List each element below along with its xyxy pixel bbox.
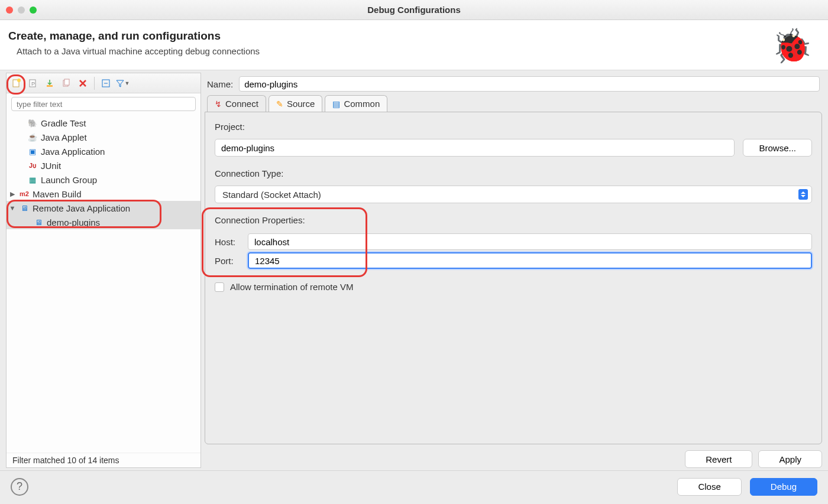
tree-item-label: Java Application bbox=[41, 147, 105, 157]
tree-item-label: Gradle Test bbox=[41, 118, 86, 128]
sidebar-toolbar: P ▼ bbox=[7, 73, 200, 93]
chevron-right-icon[interactable]: ▶ bbox=[9, 190, 16, 198]
port-label: Port: bbox=[215, 256, 242, 266]
svg-rect-4 bbox=[47, 85, 53, 87]
svg-rect-6 bbox=[64, 79, 69, 85]
page-title: Create, manage, and run configurations bbox=[8, 30, 260, 43]
svg-text:P: P bbox=[31, 81, 35, 87]
apply-button[interactable]: Apply bbox=[758, 450, 822, 468]
new-prototype-button[interactable]: P bbox=[25, 76, 41, 91]
tree-item-label: demo-plugins bbox=[47, 217, 100, 227]
tree-item-label: Remote Java Application bbox=[33, 203, 130, 213]
tree-item-java-application[interactable]: ▣ Java Application bbox=[7, 144, 200, 158]
titlebar: Debug Configurations bbox=[0, 0, 828, 20]
filter-status: Filter matched 10 of 14 items bbox=[7, 453, 200, 467]
name-label: Name: bbox=[207, 79, 233, 89]
close-button[interactable]: Close bbox=[677, 478, 741, 496]
revert-button[interactable]: Revert bbox=[685, 450, 752, 468]
host-label: Host: bbox=[215, 237, 242, 247]
tree-item-junit[interactable]: Jᴜ JUnit bbox=[7, 158, 200, 173]
source-icon: ✎ bbox=[276, 99, 283, 109]
new-config-button[interactable] bbox=[9, 76, 24, 91]
tree-item-label: Launch Group bbox=[41, 175, 97, 185]
allow-terminate-label: Allow termination of remote VM bbox=[230, 282, 353, 292]
filter-button[interactable]: ▼ bbox=[115, 76, 130, 91]
java-applet-icon: ☕ bbox=[28, 132, 37, 142]
collapse-all-button[interactable] bbox=[98, 76, 114, 91]
dialog-footer: ? Close Debug bbox=[0, 470, 828, 502]
tab-label: Connect bbox=[225, 99, 258, 109]
svg-point-1 bbox=[17, 79, 21, 82]
project-label: Project: bbox=[215, 121, 812, 133]
config-detail: Name: ↯ Connect ✎ Source ▤ Common Projec… bbox=[205, 73, 822, 468]
connect-icon: ↯ bbox=[215, 99, 222, 109]
duplicate-button[interactable] bbox=[59, 76, 74, 91]
connection-type-label: Connection Type: bbox=[215, 167, 812, 180]
connect-panel: Project: Browse... Connection Type: Stan… bbox=[205, 112, 822, 444]
tab-label: Common bbox=[344, 99, 380, 109]
toolbar-divider bbox=[94, 77, 95, 90]
chevron-down-icon[interactable]: ▼ bbox=[9, 204, 16, 212]
remote-java-icon: 🖥 bbox=[20, 203, 29, 213]
port-input[interactable] bbox=[248, 252, 812, 269]
configurations-sidebar: P ▼ 🐘 Gradle Te bbox=[6, 73, 201, 468]
connection-type-select[interactable]: Standard (Socket Attach) bbox=[215, 186, 812, 203]
project-input[interactable] bbox=[215, 139, 735, 157]
allow-terminate-checkbox[interactable] bbox=[215, 282, 224, 292]
config-tree: 🐘 Gradle Test ☕ Java Applet ▣ Java Appli… bbox=[7, 115, 200, 453]
tree-item-remote-java-application[interactable]: ▼ 🖥 Remote Java Application bbox=[7, 201, 200, 215]
tab-common[interactable]: ▤ Common bbox=[325, 95, 387, 112]
tree-item-demo-plugins[interactable]: 🖥 demo-plugins bbox=[7, 215, 200, 229]
page-subtitle: Attach to a Java virtual machine accepti… bbox=[17, 46, 260, 56]
launch-group-icon: ▦ bbox=[28, 175, 37, 184]
bug-icon: 🐞 bbox=[771, 30, 813, 63]
tab-source[interactable]: ✎ Source bbox=[269, 95, 323, 112]
help-button[interactable]: ? bbox=[11, 478, 28, 496]
tree-item-label: Java Applet bbox=[41, 132, 87, 142]
select-stepper-icon bbox=[798, 189, 808, 200]
tree-item-java-applet[interactable]: ☕ Java Applet bbox=[7, 130, 200, 144]
browse-button[interactable]: Browse... bbox=[743, 139, 812, 157]
junit-icon: Jᴜ bbox=[28, 161, 37, 170]
delete-button[interactable] bbox=[75, 76, 90, 91]
gradle-icon: 🐘 bbox=[28, 118, 37, 128]
java-app-icon: ▣ bbox=[28, 147, 37, 156]
window-title: Debug Configurations bbox=[0, 5, 828, 15]
remote-java-child-icon: 🖥 bbox=[34, 217, 43, 227]
tree-item-maven-build[interactable]: ▶ m2 Maven Build bbox=[7, 187, 200, 201]
tree-item-label: Maven Build bbox=[33, 189, 82, 199]
debug-button[interactable]: Debug bbox=[750, 478, 817, 496]
tree-item-launch-group[interactable]: ▦ Launch Group bbox=[7, 173, 200, 187]
tab-label: Source bbox=[287, 99, 315, 109]
tree-item-gradle-test[interactable]: 🐘 Gradle Test bbox=[7, 116, 200, 130]
dialog-header: Create, manage, and run configurations A… bbox=[0, 20, 828, 70]
connection-type-value: Standard (Socket Attach) bbox=[222, 190, 321, 200]
host-input[interactable] bbox=[248, 233, 812, 250]
tab-connect[interactable]: ↯ Connect bbox=[207, 95, 266, 112]
common-icon: ▤ bbox=[332, 99, 340, 109]
tab-bar: ↯ Connect ✎ Source ▤ Common bbox=[205, 95, 822, 112]
maven-icon: m2 bbox=[20, 189, 29, 199]
export-button[interactable] bbox=[42, 76, 57, 91]
tree-item-label: JUnit bbox=[41, 161, 61, 171]
filter-input[interactable] bbox=[11, 97, 196, 111]
connection-props-label: Connection Properties: bbox=[215, 214, 812, 226]
name-input[interactable] bbox=[239, 76, 820, 92]
